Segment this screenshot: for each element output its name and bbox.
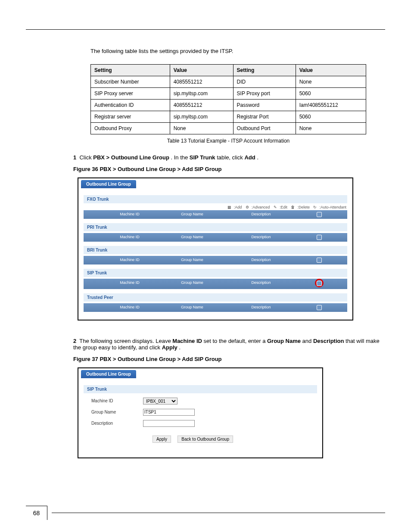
description-label: Description bbox=[91, 421, 143, 426]
step-1: 1 Click PBX > Outbound Line Group . In t… bbox=[73, 154, 385, 161]
add-icon bbox=[317, 281, 322, 286]
group-name-input[interactable] bbox=[143, 409, 195, 416]
row-group-name: Group Name bbox=[91, 409, 317, 416]
table-caption: Table 13 Tutorial Example - ITSP Account… bbox=[90, 138, 366, 144]
trusted-peer-header-row: Machine ID Group Name Description bbox=[84, 303, 347, 312]
page-number: 68 bbox=[26, 506, 47, 520]
pri-add-button[interactable] bbox=[296, 233, 343, 242]
tab-outbound-line-group[interactable]: Outbound Line Group bbox=[81, 180, 136, 188]
highlight-circle-icon bbox=[315, 279, 324, 287]
apply-button[interactable]: Apply bbox=[153, 436, 171, 443]
tab-bar: Outbound Line Group bbox=[78, 178, 352, 188]
section-fxo-trunk: FXO Trunk bbox=[84, 195, 347, 203]
sip-add-button[interactable] bbox=[296, 279, 343, 289]
section-bri-trunk: BRI Trunk bbox=[84, 246, 347, 254]
th-setting-2: Setting bbox=[233, 64, 296, 76]
button-row: Apply Back to Outbound Group bbox=[153, 436, 317, 443]
tab-outbound-line-group-2[interactable]: Outbound Line Group bbox=[81, 370, 136, 378]
add-icon bbox=[317, 212, 322, 217]
table-row: Registrar server sip.myitsp.com Registra… bbox=[91, 111, 366, 122]
table-row: Subscriber Number 4085551212 DID None bbox=[91, 76, 366, 87]
step-2: 2 The following screen displays. Leave M… bbox=[73, 338, 385, 351]
table-row: SIP Proxy server sip.myitsp.com SIP Prox… bbox=[91, 87, 366, 99]
icon-legend: ▦:Add ⚙:Advanced ✎:Edit 🗑:Delete ↻:Auto-… bbox=[84, 205, 346, 209]
description-input[interactable] bbox=[143, 420, 195, 427]
table-row: Outbound Proxy None Outbound Port None bbox=[91, 122, 366, 134]
add-icon bbox=[317, 235, 322, 240]
group-name-label: Group Name bbox=[91, 410, 143, 414]
section-pri-trunk: PRI Trunk bbox=[84, 223, 347, 231]
add-sip-group-panel: Outbound Line Group SIP Trunk Machine ID… bbox=[78, 367, 323, 458]
bri-add-button[interactable] bbox=[296, 256, 343, 264]
fxo-header-row: Machine ID Group Name Description bbox=[84, 210, 347, 219]
outbound-line-group-panel: Outbound Line Group FXO Trunk ▦:Add ⚙:Ad… bbox=[78, 177, 353, 320]
trusted-peer-add-button[interactable] bbox=[296, 303, 343, 312]
section-sip-trunk-2: SIP Trunk bbox=[84, 385, 317, 393]
settings-table: Setting Value Setting Value Subscriber N… bbox=[90, 64, 366, 134]
row-machine-id: Machine ID IPBX_001 bbox=[91, 398, 317, 404]
back-button[interactable]: Back to Outbound Group bbox=[177, 436, 233, 443]
sip-header-row: Machine ID Group Name Description bbox=[84, 279, 347, 289]
th-value-2: Value bbox=[296, 64, 366, 76]
th-value-1: Value bbox=[170, 64, 233, 76]
tab-bar-2: Outbound Line Group bbox=[78, 368, 322, 378]
figure-37-caption: Figure 37 PBX > Outbound Line Group > Ad… bbox=[73, 356, 385, 362]
section-trusted-peer: Trusted Peer bbox=[84, 293, 347, 302]
fxo-add-button[interactable] bbox=[296, 210, 343, 219]
figure-36-caption: Figure 36 PBX > Outbound Line Group > Ad… bbox=[73, 166, 385, 172]
row-description: Description bbox=[91, 420, 317, 427]
pri-header-row: Machine ID Group Name Description bbox=[84, 233, 347, 242]
machine-id-select[interactable]: IPBX_001 bbox=[143, 398, 177, 404]
add-icon bbox=[317, 305, 322, 310]
table-row: Authentication ID 4085551212 Password Ia… bbox=[91, 99, 366, 111]
section-sip-trunk: SIP Trunk bbox=[84, 269, 347, 277]
add-icon bbox=[317, 258, 322, 263]
header-rule bbox=[26, 29, 385, 30]
th-setting-1: Setting bbox=[91, 64, 170, 76]
bri-header-row: Machine ID Group Name Description bbox=[84, 256, 347, 264]
machine-id-label: Machine ID bbox=[91, 398, 143, 403]
footer-rule bbox=[52, 513, 385, 513]
intro-paragraph: The following table lists the settings p… bbox=[90, 47, 385, 56]
